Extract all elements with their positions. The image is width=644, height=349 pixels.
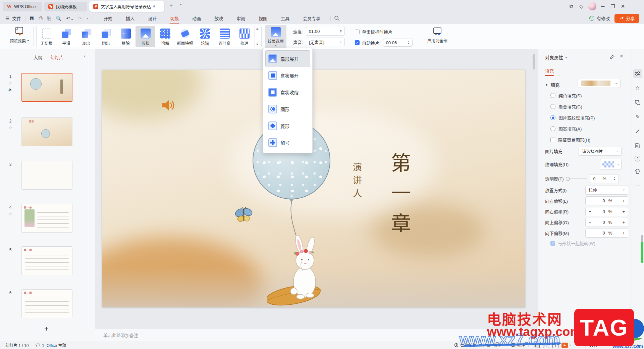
auto-advance-spinner[interactable]	[408, 41, 410, 44]
notes-button[interactable]: 备注	[487, 342, 505, 348]
menu-item-会员专享[interactable]: 会员专享	[301, 14, 322, 23]
auto-advance-time-input[interactable]: 00:06	[383, 39, 413, 47]
collapse-panel-icon[interactable]: ‹	[84, 53, 86, 59]
redo-icon[interactable]: ↷	[78, 16, 82, 21]
apply-to-all-button[interactable]: 应用到全部	[423, 26, 451, 43]
tab-list-chevron-icon[interactable]	[179, 5, 182, 10]
fill-section-header[interactable]: ▼ 填充	[545, 82, 559, 88]
transition-spokes[interactable]: 轮辐	[195, 26, 215, 47]
tools-wand-icon[interactable]	[633, 127, 642, 136]
menu-item-动画[interactable]: 动画	[190, 14, 203, 23]
menu-item-切换[interactable]: 切换	[168, 14, 181, 23]
object-properties-icon[interactable]	[633, 69, 642, 78]
gallery-scroll-up-icon[interactable]	[256, 28, 259, 30]
transition-wipe[interactable]: 擦除	[116, 26, 136, 47]
tab-document[interactable]: P 文字是人类用符号记录表达信息以	[89, 1, 164, 12]
menu-item-工具[interactable]: 工具	[279, 14, 291, 23]
transition-fade[interactable]: 淡出	[76, 26, 96, 47]
add-slide-button[interactable]: +	[44, 325, 49, 333]
effect-options-button[interactable]: 效果选项	[265, 25, 286, 48]
transparency-input[interactable]: 0 %	[590, 174, 619, 183]
slide-star-icon[interactable]: ☆	[6, 212, 15, 216]
fill-preview-dropdown[interactable]	[578, 79, 621, 88]
speed-input[interactable]: 01.00	[306, 27, 345, 36]
offset-increment-button[interactable]: +	[622, 209, 625, 214]
collapse-strip-icon[interactable]: —	[633, 55, 642, 63]
effect-menu-item-boxout[interactable]: 盒状展开	[265, 67, 310, 84]
effect-menu-item-circle[interactable]: 圆形	[265, 101, 310, 117]
tab-wps-office[interactable]: W WPS Office	[3, 2, 42, 11]
offset-decrement-button[interactable]: −	[589, 231, 591, 236]
document-find-icon[interactable]	[633, 141, 642, 150]
fill-radio[interactable]	[550, 115, 555, 120]
comments-button[interactable]: 批注	[511, 342, 525, 348]
slideshow-options-chevron[interactable]	[569, 345, 571, 346]
slide-thumbnail-3[interactable]	[21, 161, 72, 190]
undo-icon[interactable]: ↶	[66, 16, 73, 21]
slider-thumb[interactable]	[566, 177, 570, 181]
fill-checkbox[interactable]	[550, 138, 555, 142]
normal-view-button[interactable]	[534, 343, 540, 348]
offset-decrement-button[interactable]: −	[589, 209, 591, 214]
preview-effect-button[interactable]: 预览效果	[6, 26, 33, 44]
offset-increment-button[interactable]: +	[622, 198, 625, 203]
presenter-label[interactable]: 演讲人	[350, 162, 363, 202]
offset-stepper[interactable]: −0%+	[585, 196, 628, 205]
menu-item-开始[interactable]: 开始	[102, 14, 114, 23]
slideshow-play-button[interactable]: ▶	[561, 343, 568, 348]
slide-sorter-view-button[interactable]	[543, 343, 549, 348]
effect-menu-item-plus[interactable]: 加号	[265, 134, 310, 151]
offset-stepper[interactable]: −0%+	[585, 229, 628, 238]
shape-swap-icon[interactable]	[633, 98, 642, 107]
offset-increment-button[interactable]: +	[622, 231, 625, 236]
transition-none[interactable]: 无切换	[37, 26, 56, 47]
hamburger-icon[interactable]: ☰	[5, 16, 10, 21]
offset-stepper[interactable]: −0%+	[585, 207, 628, 216]
speed-spinner[interactable]	[340, 30, 342, 33]
zoom-slider[interactable]	[610, 343, 634, 347]
search-icon[interactable]	[334, 15, 340, 21]
minimize-button[interactable]: ─	[598, 3, 608, 9]
save-icon[interactable]: 🖪	[30, 16, 34, 21]
tab-docer-templates[interactable]: 找稻壳模板	[44, 2, 87, 11]
transition-smooth[interactable]: 平滑	[56, 26, 76, 47]
smart-beautify-button[interactable]: 智能美化	[454, 342, 480, 348]
print-icon[interactable]: ⎗	[47, 15, 51, 21]
menu-item-视图[interactable]: 视图	[257, 14, 269, 23]
user-avatar[interactable]	[586, 2, 598, 10]
fill-radio[interactable]	[550, 104, 555, 109]
print-preview-icon[interactable]: 🔍	[56, 16, 61, 21]
share-button[interactable]: 分享	[614, 14, 639, 23]
transition-news[interactable]: 新闻快报	[175, 26, 195, 47]
gallery-scroll-down-icon[interactable]	[256, 44, 259, 45]
canvas-scrollbar-thumb[interactable]	[533, 54, 535, 69]
close-panel-icon[interactable]: ✕	[620, 53, 624, 59]
transition-dissolve[interactable]: 溶解	[155, 26, 175, 47]
tab-outline[interactable]: 大纲	[34, 54, 42, 60]
transparency-slider[interactable]	[567, 177, 587, 181]
help-icon[interactable]: ?	[635, 156, 640, 161]
fit-to-window-icon[interactable]	[580, 343, 586, 348]
skin-settings-icon[interactable]: ◇	[576, 3, 586, 9]
auto-advance-checkbox[interactable]: ✓	[355, 40, 360, 45]
menu-item-放映[interactable]: 放映	[212, 14, 225, 23]
reading-view-button[interactable]	[552, 343, 558, 348]
fill-radio[interactable]	[550, 126, 555, 131]
export-icon[interactable]: ⎙	[39, 15, 43, 21]
zoom-out-button[interactable]: −	[604, 342, 607, 348]
gallery-scroll-buttons[interactable]	[254, 26, 260, 47]
split-view-icon[interactable]: ⧉	[566, 3, 576, 9]
redo-chevron-icon[interactable]	[87, 18, 89, 19]
effect-menu-item-diamond[interactable]: 菱形	[265, 117, 310, 134]
zoom-slider-thumb[interactable]	[626, 344, 629, 347]
picture-fill-select[interactable]: 请选择图片	[579, 147, 622, 156]
menu-item-设计[interactable]: 设计	[146, 14, 159, 23]
slide-editing-surface[interactable]: 演讲人 第一章	[102, 70, 525, 307]
zoom-value[interactable]: 98%	[589, 343, 597, 348]
offset-decrement-button[interactable]: −	[589, 220, 591, 225]
transition-blinds[interactable]: 百叶窗	[215, 26, 234, 47]
texture-fill-select[interactable]	[600, 159, 622, 170]
slide-thumbnail-2[interactable]: 目录	[21, 117, 72, 146]
transition-shapefan[interactable]: 形状	[136, 26, 155, 47]
fill-radio[interactable]	[550, 93, 555, 98]
